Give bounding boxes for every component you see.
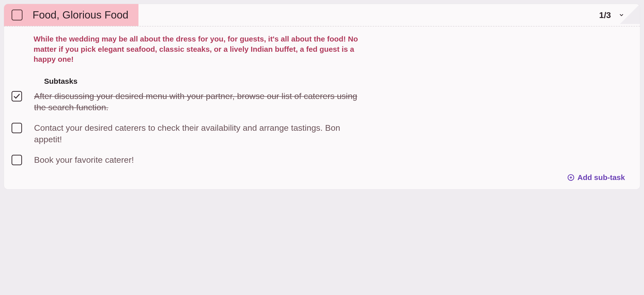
subtask-text[interactable]: After discussing your desired menu with …: [34, 90, 365, 114]
add-subtask-label: Add sub-task: [577, 173, 625, 182]
task-title-block: Food, Glorious Food: [4, 4, 138, 26]
subtask-checkbox[interactable]: [12, 123, 22, 133]
task-checkbox[interactable]: [12, 10, 23, 20]
task-footer: Add sub-task: [12, 173, 625, 182]
subtask-row: Contact your desired caterers to check t…: [12, 122, 625, 145]
subtask-row: After discussing your desired menu with …: [12, 90, 625, 114]
task-header: Food, Glorious Food 1/3: [4, 4, 640, 26]
header-spacer: [138, 4, 599, 26]
subtask-row: Book your favorite caterer!: [12, 154, 625, 166]
subtask-text[interactable]: Book your favorite caterer!: [34, 154, 134, 166]
chevron-down-icon: [618, 12, 624, 18]
subtask-checkbox[interactable]: [12, 155, 22, 165]
subtask-checkbox[interactable]: [12, 91, 22, 102]
collapse-toggle[interactable]: [618, 12, 625, 18]
task-description: While the wedding may be all about the d…: [34, 34, 359, 64]
add-subtask-button[interactable]: Add sub-task: [567, 173, 625, 182]
header-right: 1/3: [599, 4, 640, 26]
subtask-text[interactable]: Contact your desired caterers to check t…: [34, 122, 365, 145]
subtasks-heading: Subtasks: [44, 77, 625, 86]
task-card: Food, Glorious Food 1/3 While the weddin…: [4, 4, 640, 189]
task-body: While the wedding may be all about the d…: [4, 26, 640, 189]
plus-circle-icon: [567, 174, 574, 181]
check-icon: [13, 92, 21, 100]
subtask-list: After discussing your desired menu with …: [12, 90, 625, 166]
progress-count: 1/3: [599, 10, 611, 20]
task-title: Food, Glorious Food: [33, 9, 128, 21]
